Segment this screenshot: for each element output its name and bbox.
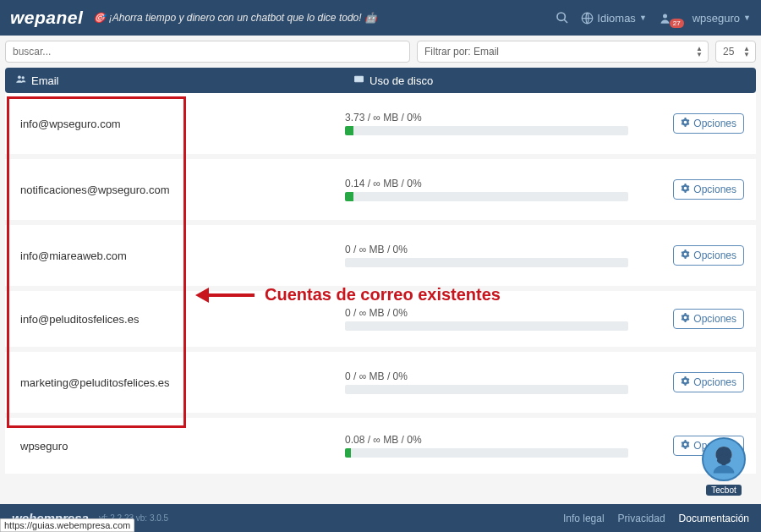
options-button[interactable]: Opciones [673, 372, 744, 392]
options-label: Opciones [693, 250, 736, 261]
user-menu[interactable]: 27 wpseguro ▼ [659, 12, 751, 25]
status-bar-url: https://guias.webempresa.com [0, 518, 134, 532]
language-label: Idiomas [597, 12, 636, 25]
controls-bar: Filtrar por: Email ▲▼ 25 ▲▼ [0, 36, 761, 68]
gear-icon [681, 118, 690, 129]
topbar-left: wepanel 🎯 ¡Ahorra tiempo y dinero con un… [10, 8, 377, 28]
progress-bar [345, 192, 628, 201]
gear-icon [681, 313, 690, 325]
footer-link-privacy[interactable]: Privacidad [618, 513, 665, 524]
disk-usage-text: 0 / ∞ MB / 0% [345, 244, 628, 255]
globe-icon [581, 12, 594, 25]
options-button[interactable]: Opciones [673, 179, 744, 200]
chevron-down-icon: ▼ [743, 14, 751, 22]
topbar-right: Idiomas ▼ 27 wpseguro ▼ [556, 11, 751, 25]
table-header: Email Uso de disco [5, 68, 756, 93]
filter-select[interactable]: Filtrar por: Email ▲▼ [417, 41, 709, 63]
disk-cell: 0 / ∞ MB / 0% [335, 307, 654, 331]
progress-bar [345, 258, 628, 267]
options-button[interactable]: Opciones [673, 113, 744, 134]
options-label: Opciones [693, 118, 736, 129]
disk-cell: 0 / ∞ MB / 0% [335, 370, 654, 394]
svg-point-9 [720, 453, 722, 456]
table-row: notificaciones@wpseguro.com 0.14 / ∞ MB … [5, 159, 756, 225]
svg-point-7 [361, 79, 363, 80]
options-label: Opciones [693, 376, 736, 388]
gear-icon [681, 376, 690, 388]
logo[interactable]: wepanel [10, 8, 83, 28]
email-cell: notificaciones@wpseguro.com [5, 184, 335, 196]
col-email-label: Email [31, 74, 59, 87]
disk-usage-text: 0 / ∞ MB / 0% [345, 370, 628, 382]
email-cell: info@wpseguro.com [5, 118, 335, 130]
page-size-select[interactable]: 25 ▲▼ [715, 41, 756, 63]
svg-point-5 [22, 77, 25, 80]
chatbot-launcher[interactable]: Tecbot [702, 437, 746, 496]
users-icon [15, 74, 26, 87]
options-button[interactable]: Opciones [673, 309, 744, 329]
disk-usage-text: 3.73 / ∞ MB / 0% [345, 112, 628, 123]
promo-text: ¡Ahorra tiempo y dinero con un chatbot q… [109, 12, 362, 24]
progress-bar [345, 448, 628, 458]
robot-icon: 🤖 [364, 12, 377, 24]
disk-cell: 0 / ∞ MB / 0% [335, 244, 654, 267]
progress-bar [345, 126, 628, 135]
email-cell: wpseguro [5, 440, 335, 452]
email-cell: marketing@peluditosfelices.es [5, 376, 335, 389]
disk-usage-text: 0 / ∞ MB / 0% [345, 307, 628, 319]
topbar: wepanel 🎯 ¡Ahorra tiempo y dinero con un… [0, 0, 761, 36]
options-button[interactable]: Opciones [673, 245, 744, 266]
table-row: info@peluditosfelices.es 0 / ∞ MB / 0% O… [5, 291, 756, 352]
table-row: info@wpseguro.com 3.73 / ∞ MB / 0% Opcio… [5, 93, 756, 159]
col-header-email[interactable]: Email [5, 68, 343, 93]
gear-icon [681, 184, 690, 195]
select-arrows-icon: ▲▼ [743, 46, 750, 58]
disk-cell: 0.14 / ∞ MB / 0% [335, 178, 654, 201]
username: wpseguro [693, 12, 740, 25]
footer-link-legal[interactable]: Info legal [563, 513, 605, 524]
table-row: marketing@peluditosfelices.es 0 / ∞ MB /… [5, 352, 756, 418]
search-button[interactable] [556, 11, 569, 25]
svg-point-10 [725, 453, 728, 456]
progress-bar [345, 385, 628, 394]
footer-link-docs[interactable]: Documentación [679, 513, 749, 524]
disk-usage-text: 0.14 / ∞ MB / 0% [345, 178, 628, 189]
bot-label: Tecbot [706, 485, 741, 496]
disk-usage-text: 0.08 / ∞ MB / 0% [345, 434, 628, 446]
target-icon: 🎯 [93, 12, 106, 24]
table-row: info@miareaweb.com 0 / ∞ MB / 0% Opcione… [5, 225, 756, 291]
options-label: Opciones [693, 184, 736, 195]
svg-line-1 [564, 19, 567, 23]
page-size-value: 25 [723, 46, 734, 58]
select-arrows-icon: ▲▼ [696, 46, 703, 58]
svg-point-3 [663, 14, 667, 18]
progress-bar [345, 321, 628, 331]
email-cell: info@miareaweb.com [5, 250, 335, 262]
bot-avatar-icon [702, 437, 746, 481]
chevron-down-icon: ▼ [639, 14, 647, 22]
footer-links: Info legal Privacidad Documentación [563, 513, 749, 524]
email-cell: info@peluditosfelices.es [5, 313, 335, 326]
language-menu[interactable]: Idiomas ▼ [581, 12, 646, 25]
gear-icon [681, 250, 690, 261]
col-header-disk[interactable]: Uso de disco [343, 68, 756, 93]
email-rows: Cuentas de correo existentes info@wpsegu… [5, 93, 756, 479]
filter-value: Filtrar por: Email [424, 46, 499, 58]
disk-icon [353, 74, 364, 87]
svg-point-4 [18, 76, 20, 79]
notif-badge: 27 [670, 19, 684, 28]
col-disk-label: Uso de disco [370, 74, 433, 87]
search-input[interactable] [5, 41, 410, 63]
svg-point-0 [557, 13, 565, 20]
gear-icon [681, 440, 690, 452]
options-label: Opciones [693, 313, 736, 325]
table-row: wpseguro 0.08 / ∞ MB / 0% Opciones [5, 418, 756, 479]
search-icon [556, 11, 569, 25]
promo-banner[interactable]: 🎯 ¡Ahorra tiempo y dinero con un chatbot… [93, 12, 377, 24]
disk-cell: 0.08 / ∞ MB / 0% [335, 434, 654, 458]
disk-cell: 3.73 / ∞ MB / 0% [335, 112, 654, 135]
